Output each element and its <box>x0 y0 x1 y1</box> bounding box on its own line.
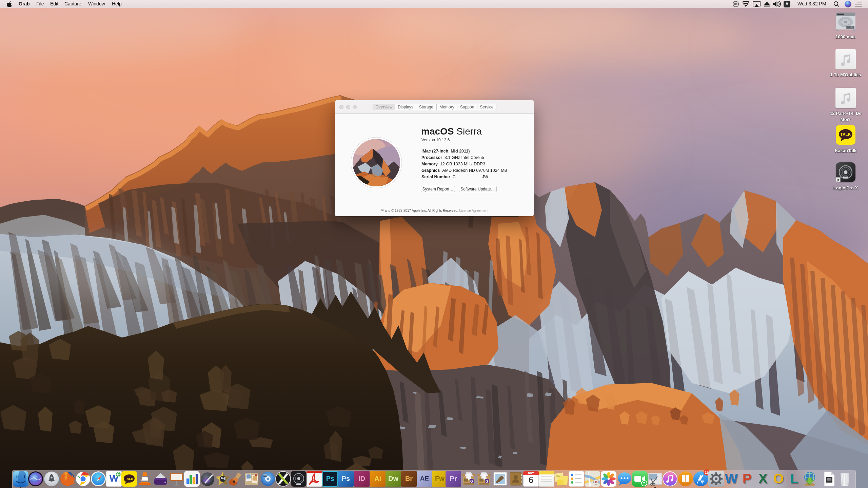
svg-text:3D: 3D <box>595 481 598 483</box>
svg-text:G: G <box>470 480 473 483</box>
svg-text:TALK: TALK <box>125 477 134 481</box>
svg-text:TALK: TALK <box>840 132 851 137</box>
svg-text:G: G <box>486 480 488 483</box>
